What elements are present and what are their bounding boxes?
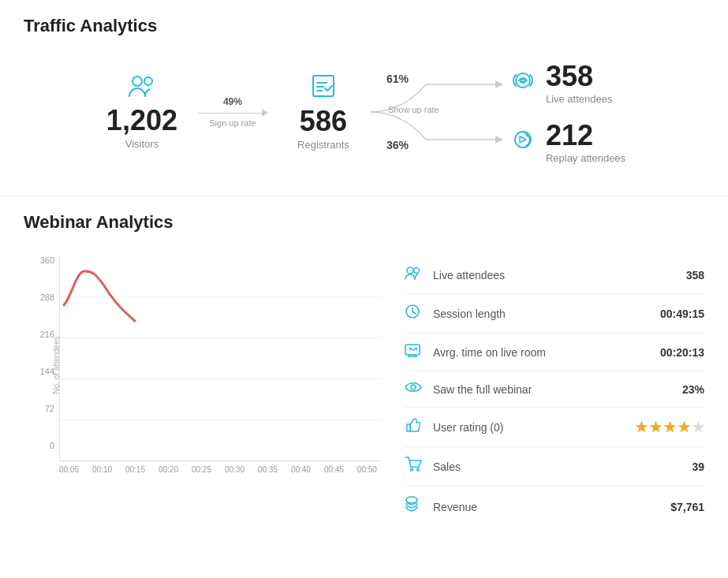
y-label-72: 72 (45, 405, 54, 413)
replay-attendees-label: Replay attendees (546, 152, 625, 164)
stat-session-length: Session length 00:49:15 (405, 294, 704, 334)
stat-saw-full: Saw the full webinar 23% (405, 371, 704, 408)
star-2: ★ (649, 419, 662, 436)
svg-point-9 (521, 79, 525, 82)
stat-user-rating-name: User rating (0) (433, 421, 635, 434)
svg-point-1 (144, 77, 152, 85)
visitors-value: 1,202 (106, 106, 177, 135)
traffic-analytics-title: Traffic Analytics (24, 16, 704, 36)
stat-avg-time-name: Avrg. time on live room (433, 346, 660, 359)
webinar-analytics-section: Webinar Analytics 0 72 144 216 288 360 N… (0, 196, 728, 543)
y-label-0: 0 (50, 442, 54, 450)
registrants-value: 586 (300, 107, 347, 136)
star-1: ★ (635, 419, 648, 436)
svg-point-0 (133, 76, 142, 86)
x-label-0015: 00:15 (125, 465, 145, 474)
stat-user-rating-icon (405, 417, 428, 437)
x-label-0040: 00:40 (291, 465, 311, 474)
svg-point-16 (414, 268, 420, 274)
stat-avg-time: Avrg. time on live room 00:20:13 (405, 334, 704, 371)
svg-point-22 (411, 385, 416, 390)
stat-saw-full-icon (405, 381, 428, 397)
svg-point-23 (411, 468, 413, 471)
x-label-0005: 00:05 (59, 465, 79, 474)
svg-marker-7 (495, 136, 503, 144)
svg-point-24 (417, 468, 420, 471)
x-label-0035: 00:35 (258, 465, 278, 474)
stat-saw-full-name: Saw the full webinar (433, 383, 682, 396)
x-label-0050: 00:50 (357, 465, 377, 474)
live-attendees-block: 358 Live attendees (513, 60, 625, 105)
signup-rate-label: Sign up rate (209, 118, 256, 128)
star-5: ★ (692, 419, 704, 436)
stat-session-length-name: Session length (433, 308, 660, 320)
stat-session-length-value: 00:49:15 (660, 308, 704, 320)
stat-revenue-name: Revenue (433, 501, 670, 513)
y-label-360: 360 (40, 256, 54, 265)
stat-sales-name: Sales (433, 461, 692, 473)
signup-rate-pct: 49% (223, 96, 242, 107)
svg-point-8 (516, 73, 530, 88)
traffic-metrics-row: 1,202 Visitors 49% Sign up rate (24, 52, 704, 180)
visitors-label: Visitors (125, 138, 159, 150)
webinar-stats-table: Live attendees 358 Session length 00:49:… (405, 256, 704, 527)
webinar-content-row: 0 72 144 216 288 360 No. of attendees (24, 248, 704, 527)
x-label-0020: 00:20 (159, 465, 178, 474)
showup-rate-fork: 61% 36% Show up rate (363, 69, 505, 155)
registrants-label: Registrants (297, 139, 349, 151)
traffic-analytics-section: Traffic Analytics 1,202 Visitors 49% (0, 0, 728, 196)
stat-user-rating-stars: ★ ★ ★ ★ ★ (635, 419, 704, 436)
y-label-288: 288 (40, 293, 54, 302)
star-4: ★ (678, 419, 690, 436)
showup-rate-label: Show up rate (388, 105, 439, 114)
stat-revenue-value: $7,761 (670, 501, 704, 513)
grid-svg (60, 256, 381, 461)
live-attendees-label: Live attendees (546, 93, 613, 105)
x-label-0030: 00:30 (225, 465, 245, 474)
stat-live-attendees: Live attendees 358 (405, 256, 704, 294)
signup-rate-arrow: 49% Sign up rate (197, 96, 268, 128)
replay-attendees-icon (513, 129, 536, 154)
right-metrics: 358 Live attendees 212 Replay attendees (513, 60, 625, 164)
visitors-icon (128, 74, 156, 102)
x-label-0010: 00:10 (92, 465, 112, 474)
stat-user-rating: User rating (0) ★ ★ ★ ★ ★ (405, 408, 704, 447)
stat-live-attendees-name: Live attendees (433, 269, 686, 282)
x-label-0045: 00:45 (324, 465, 344, 474)
svg-point-10 (515, 132, 531, 147)
live-attendees-icon (513, 72, 536, 93)
svg-marker-6 (495, 80, 503, 88)
svg-point-15 (407, 267, 413, 274)
stat-avg-time-value: 00:20:13 (660, 346, 704, 359)
stat-live-attendees-icon (405, 266, 428, 284)
showup-pct-bottom: 36% (386, 139, 409, 151)
stat-sales-value: 39 (692, 461, 704, 473)
replay-attendees-value: 212 (546, 119, 625, 152)
registrants-block: 586 Registrants (284, 73, 363, 151)
replay-attendees-block: 212 Replay attendees (513, 119, 625, 164)
attendees-chart: 0 72 144 216 288 360 No. of attendees (24, 256, 381, 527)
stat-sales: Sales 39 (405, 447, 704, 487)
stat-revenue: Revenue $7,761 (405, 487, 704, 527)
stat-sales-icon (405, 457, 428, 476)
visitors-block: 1,202 Visitors (103, 74, 181, 150)
x-label-0025: 00:25 (192, 465, 211, 474)
stat-avg-time-icon (405, 343, 428, 361)
live-attendees-value: 358 (546, 60, 613, 93)
stat-revenue-icon (405, 496, 428, 517)
stat-live-attendees-value: 358 (686, 269, 704, 282)
star-3: ★ (663, 419, 676, 436)
stars-container: ★ ★ ★ ★ ★ (635, 419, 704, 436)
showup-pct-top: 61% (386, 73, 409, 85)
stat-session-length-icon (405, 304, 428, 323)
registrants-icon (311, 73, 336, 103)
stat-saw-full-value: 23% (682, 383, 704, 396)
webinar-analytics-title: Webinar Analytics (24, 212, 704, 233)
